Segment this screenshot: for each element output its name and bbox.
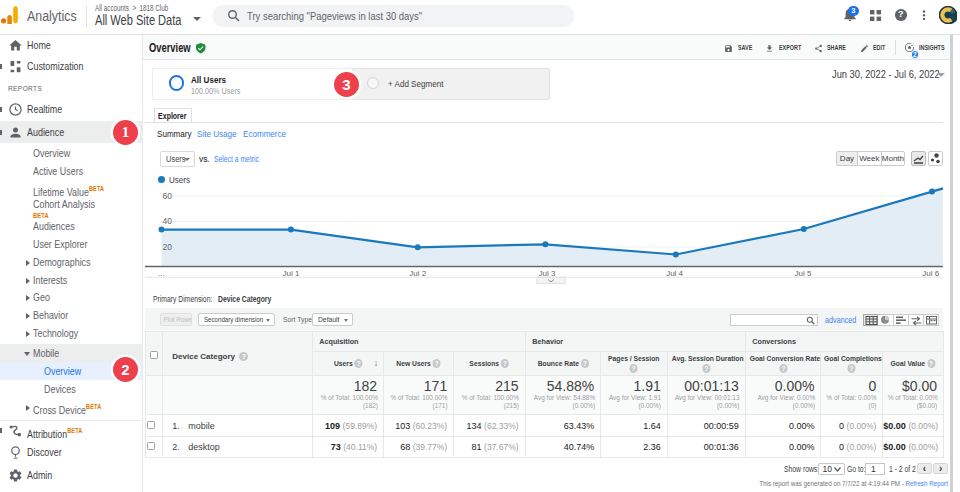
svg-text:Jul 4: Jul 4 (666, 269, 683, 278)
svg-text:40: 40 (163, 216, 173, 226)
svg-text:Jul 1: Jul 1 (282, 269, 299, 278)
svg-text:Jul 5: Jul 5 (794, 269, 811, 278)
svg-text:Jul 3: Jul 3 (539, 269, 556, 278)
svg-text:Jul 6: Jul 6 (922, 269, 939, 278)
svg-text:20: 20 (163, 242, 173, 252)
svg-text:...: ... (158, 269, 165, 278)
svg-text:Jul 2: Jul 2 (409, 269, 426, 278)
svg-text:60: 60 (163, 191, 173, 201)
